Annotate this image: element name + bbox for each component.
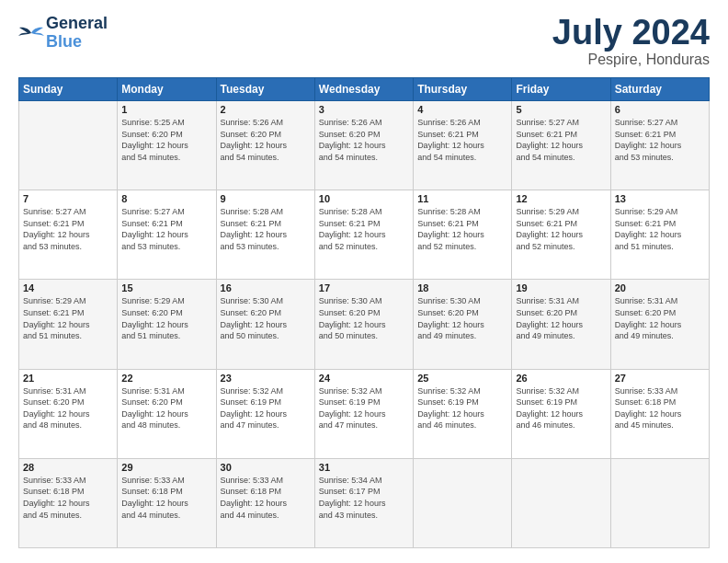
day-info: Sunrise: 5:26 AM Sunset: 6:20 PM Dayligh… — [221, 117, 311, 163]
day-info: Sunrise: 5:27 AM Sunset: 6:21 PM Dayligh… — [615, 117, 705, 163]
day-info: Sunrise: 5:30 AM Sunset: 6:20 PM Dayligh… — [319, 295, 409, 341]
day-number: 27 — [615, 373, 705, 384]
calendar-day-cell: 29Sunrise: 5:33 AM Sunset: 6:18 PM Dayli… — [118, 458, 216, 547]
calendar-day-cell: 7Sunrise: 5:27 AM Sunset: 6:21 PM Daylig… — [19, 190, 118, 280]
day-number: 12 — [516, 193, 606, 204]
day-number: 14 — [23, 282, 113, 293]
day-number: 18 — [417, 282, 507, 293]
day-number: 21 — [23, 373, 113, 384]
calendar-day-cell: 28Sunrise: 5:33 AM Sunset: 6:18 PM Dayli… — [19, 458, 118, 547]
day-number: 9 — [221, 193, 311, 204]
day-number: 23 — [221, 373, 311, 384]
day-info: Sunrise: 5:29 AM Sunset: 6:20 PM Dayligh… — [121, 295, 211, 341]
calendar-day-header: Sunday — [19, 78, 118, 101]
day-info: Sunrise: 5:33 AM Sunset: 6:18 PM Dayligh… — [221, 475, 311, 521]
day-number: 31 — [319, 462, 409, 473]
logo: General Blue — [18, 15, 108, 52]
day-info: Sunrise: 5:32 AM Sunset: 6:19 PM Dayligh… — [516, 385, 606, 431]
calendar-day-header: Tuesday — [216, 78, 314, 101]
day-info: Sunrise: 5:25 AM Sunset: 6:20 PM Dayligh… — [121, 117, 211, 163]
day-number: 13 — [615, 193, 705, 204]
title-block: July 2024 Pespire, Honduras — [552, 15, 710, 68]
day-info: Sunrise: 5:31 AM Sunset: 6:20 PM Dayligh… — [516, 295, 606, 341]
day-number: 22 — [121, 373, 211, 384]
day-info: Sunrise: 5:29 AM Sunset: 6:21 PM Dayligh… — [615, 206, 705, 252]
day-number: 25 — [417, 373, 507, 384]
calendar-day-cell: 9Sunrise: 5:28 AM Sunset: 6:21 PM Daylig… — [216, 190, 314, 280]
day-info: Sunrise: 5:28 AM Sunset: 6:21 PM Dayligh… — [319, 206, 409, 252]
day-number: 29 — [121, 462, 211, 473]
month-title: July 2024 — [552, 15, 710, 50]
logo-blue: Blue — [46, 33, 108, 52]
calendar-day-cell: 26Sunrise: 5:32 AM Sunset: 6:19 PM Dayli… — [512, 369, 610, 458]
calendar-day-header: Thursday — [414, 78, 512, 101]
calendar-day-cell: 12Sunrise: 5:29 AM Sunset: 6:21 PM Dayli… — [512, 190, 610, 280]
calendar-week-row: 21Sunrise: 5:31 AM Sunset: 6:20 PM Dayli… — [19, 369, 710, 458]
calendar-day-header: Monday — [118, 78, 216, 101]
day-number: 5 — [516, 104, 606, 115]
day-info: Sunrise: 5:30 AM Sunset: 6:20 PM Dayligh… — [221, 295, 311, 341]
calendar-day-cell: 25Sunrise: 5:32 AM Sunset: 6:19 PM Dayli… — [414, 369, 512, 458]
day-number: 19 — [516, 282, 606, 293]
calendar-day-cell: 19Sunrise: 5:31 AM Sunset: 6:20 PM Dayli… — [512, 280, 610, 369]
calendar-day-cell — [610, 458, 709, 547]
calendar-day-cell — [512, 458, 610, 547]
calendar-day-cell — [19, 101, 118, 190]
day-info: Sunrise: 5:30 AM Sunset: 6:20 PM Dayligh… — [417, 295, 507, 341]
logo-bird-icon — [18, 25, 44, 41]
day-info: Sunrise: 5:31 AM Sunset: 6:20 PM Dayligh… — [121, 385, 211, 431]
day-info: Sunrise: 5:28 AM Sunset: 6:21 PM Dayligh… — [417, 206, 507, 252]
day-number: 2 — [221, 104, 311, 115]
day-info: Sunrise: 5:33 AM Sunset: 6:18 PM Dayligh… — [615, 385, 705, 431]
calendar-day-cell: 15Sunrise: 5:29 AM Sunset: 6:20 PM Dayli… — [118, 280, 216, 369]
day-info: Sunrise: 5:31 AM Sunset: 6:20 PM Dayligh… — [615, 295, 705, 341]
calendar-header-row: SundayMondayTuesdayWednesdayThursdayFrid… — [19, 78, 710, 101]
calendar-week-row: 1Sunrise: 5:25 AM Sunset: 6:20 PM Daylig… — [19, 101, 710, 190]
calendar-day-header: Saturday — [610, 78, 709, 101]
location-subtitle: Pespire, Honduras — [552, 52, 710, 68]
day-info: Sunrise: 5:26 AM Sunset: 6:21 PM Dayligh… — [417, 117, 507, 163]
calendar-week-row: 7Sunrise: 5:27 AM Sunset: 6:21 PM Daylig… — [19, 190, 710, 280]
day-info: Sunrise: 5:26 AM Sunset: 6:20 PM Dayligh… — [319, 117, 409, 163]
day-number: 28 — [23, 462, 113, 473]
calendar-week-row: 14Sunrise: 5:29 AM Sunset: 6:21 PM Dayli… — [19, 280, 710, 369]
day-number: 30 — [221, 462, 311, 473]
calendar-day-cell: 18Sunrise: 5:30 AM Sunset: 6:20 PM Dayli… — [414, 280, 512, 369]
calendar-day-cell: 5Sunrise: 5:27 AM Sunset: 6:21 PM Daylig… — [512, 101, 610, 190]
calendar-table: SundayMondayTuesdayWednesdayThursdayFrid… — [18, 77, 710, 548]
calendar-day-cell: 23Sunrise: 5:32 AM Sunset: 6:19 PM Dayli… — [216, 369, 314, 458]
calendar-day-cell: 3Sunrise: 5:26 AM Sunset: 6:20 PM Daylig… — [314, 101, 413, 190]
day-number: 1 — [121, 104, 211, 115]
calendar-day-cell: 11Sunrise: 5:28 AM Sunset: 6:21 PM Dayli… — [414, 190, 512, 280]
calendar-day-cell: 2Sunrise: 5:26 AM Sunset: 6:20 PM Daylig… — [216, 101, 314, 190]
day-number: 4 — [417, 104, 507, 115]
calendar-day-cell: 1Sunrise: 5:25 AM Sunset: 6:20 PM Daylig… — [118, 101, 216, 190]
calendar-day-cell: 10Sunrise: 5:28 AM Sunset: 6:21 PM Dayli… — [314, 190, 413, 280]
day-number: 8 — [121, 193, 211, 204]
day-info: Sunrise: 5:32 AM Sunset: 6:19 PM Dayligh… — [417, 385, 507, 431]
calendar-day-header: Wednesday — [314, 78, 413, 101]
day-number: 6 — [615, 104, 705, 115]
calendar-day-cell: 22Sunrise: 5:31 AM Sunset: 6:20 PM Dayli… — [118, 369, 216, 458]
day-number: 26 — [516, 373, 606, 384]
logo-general: General — [46, 15, 108, 33]
day-number: 15 — [121, 282, 211, 293]
calendar-day-cell: 21Sunrise: 5:31 AM Sunset: 6:20 PM Dayli… — [19, 369, 118, 458]
calendar-day-cell — [414, 458, 512, 547]
day-number: 17 — [319, 282, 409, 293]
calendar-day-cell: 13Sunrise: 5:29 AM Sunset: 6:21 PM Dayli… — [610, 190, 709, 280]
day-info: Sunrise: 5:32 AM Sunset: 6:19 PM Dayligh… — [319, 385, 409, 431]
day-info: Sunrise: 5:33 AM Sunset: 6:18 PM Dayligh… — [23, 475, 113, 521]
day-info: Sunrise: 5:32 AM Sunset: 6:19 PM Dayligh… — [221, 385, 311, 431]
calendar-day-cell: 17Sunrise: 5:30 AM Sunset: 6:20 PM Dayli… — [314, 280, 413, 369]
day-info: Sunrise: 5:27 AM Sunset: 6:21 PM Dayligh… — [23, 206, 113, 252]
calendar-week-row: 28Sunrise: 5:33 AM Sunset: 6:18 PM Dayli… — [19, 458, 710, 547]
day-number: 3 — [319, 104, 409, 115]
day-info: Sunrise: 5:34 AM Sunset: 6:17 PM Dayligh… — [319, 475, 409, 521]
page: General Blue July 2024 Pespire, Honduras… — [0, 0, 728, 563]
header: General Blue July 2024 Pespire, Honduras — [18, 15, 710, 68]
day-number: 7 — [23, 193, 113, 204]
day-number: 11 — [417, 193, 507, 204]
calendar-day-cell: 20Sunrise: 5:31 AM Sunset: 6:20 PM Dayli… — [610, 280, 709, 369]
calendar-day-cell: 30Sunrise: 5:33 AM Sunset: 6:18 PM Dayli… — [216, 458, 314, 547]
